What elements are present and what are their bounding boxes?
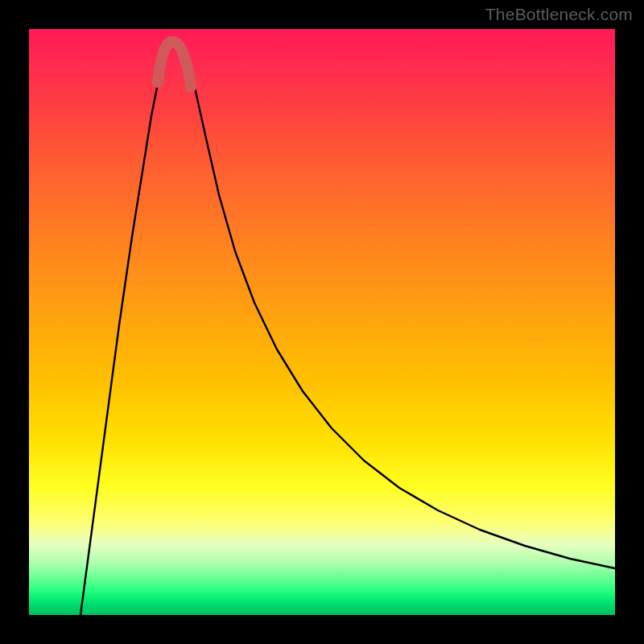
valley-marker: [158, 42, 191, 87]
chart-frame: TheBottleneck.com: [0, 0, 644, 644]
curve-layer: [29, 29, 615, 615]
plot-area: [29, 29, 615, 615]
watermark-text: TheBottleneck.com: [485, 5, 633, 24]
bottleneck-curve: [80, 42, 615, 615]
